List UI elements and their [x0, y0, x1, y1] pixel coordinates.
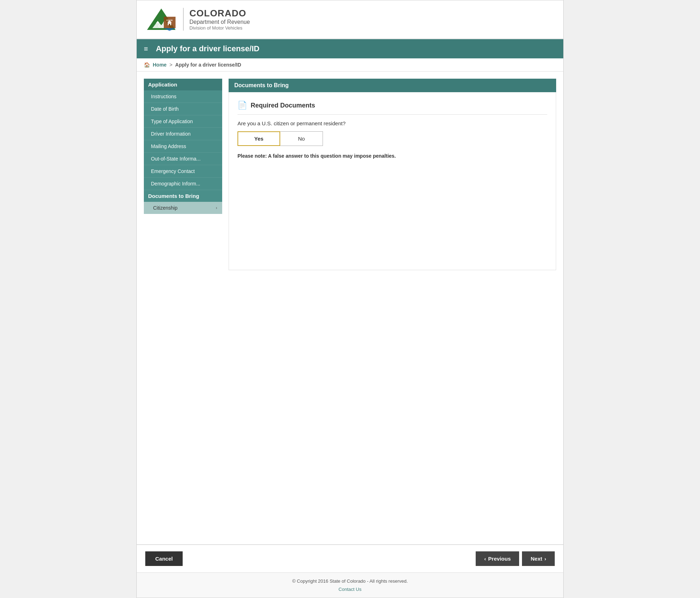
svg-text:CO: CO	[158, 24, 164, 28]
no-button[interactable]: No	[280, 131, 323, 146]
sidebar: Application Instructions Date of Birth T…	[144, 79, 222, 214]
sidebar-section-application: Application	[144, 79, 222, 90]
hamburger-icon[interactable]: ≡	[144, 45, 148, 53]
logo-text: COLORADO Department of Revenue Division …	[183, 8, 250, 31]
sidebar-item-out-of-state[interactable]: Out-of-State Informa...	[144, 153, 222, 165]
colorado-logo: CO CDOR	[145, 7, 177, 32]
sidebar-item-type-application[interactable]: Type of Application	[144, 115, 222, 128]
previous-button[interactable]: ‹ Previous	[476, 551, 519, 566]
yes-button[interactable]: Yes	[237, 131, 280, 146]
sidebar-item-dob[interactable]: Date of Birth	[144, 103, 222, 115]
main-content: Application Instructions Date of Birth T…	[137, 72, 563, 544]
breadcrumb-current: Apply for a driver license/ID	[175, 62, 241, 68]
home-link[interactable]: Home	[153, 62, 167, 68]
svg-rect-9	[169, 24, 170, 25]
division-name: Division of Motor Vehicles	[189, 25, 250, 31]
copyright-text: © Copyright 2016 State of Colorado - All…	[142, 578, 558, 584]
content-area: Documents to Bring 📄 Required Documents …	[229, 79, 556, 270]
document-icon: 📄	[237, 101, 247, 110]
citizenship-question: Are you a U.S. citizen or permanent resi…	[237, 120, 547, 126]
home-icon: 🏠	[144, 62, 150, 68]
citizenship-label: Citizenship	[153, 205, 177, 211]
breadcrumb-separator: >	[169, 62, 172, 68]
contact-us-link[interactable]: Contact Us	[339, 587, 361, 592]
page-footer: © Copyright 2016 State of Colorado - All…	[137, 572, 563, 598]
next-arrow-icon: ›	[544, 556, 546, 562]
sidebar-section-documents: Documents to Bring	[144, 190, 222, 202]
citizenship-arrow: ›	[216, 205, 217, 210]
content-header: Documents to Bring	[229, 79, 556, 92]
section-title: Required Documents	[251, 102, 315, 109]
logo-area: CO CDOR COLORADO Department of Revenue D…	[145, 7, 250, 32]
nav-bar: ≡ Apply for a driver license/ID	[137, 39, 563, 58]
header: CO CDOR COLORADO Department of Revenue D…	[137, 0, 563, 39]
sidebar-item-driver-info[interactable]: Driver Information	[144, 128, 222, 140]
sidebar-item-citizenship[interactable]: Citizenship ›	[144, 202, 222, 214]
sidebar-item-demographic[interactable]: Demographic Inform...	[144, 178, 222, 190]
yes-no-group: Yes No	[237, 131, 547, 146]
next-button[interactable]: Next ›	[522, 551, 555, 566]
footer-buttons: Cancel ‹ Previous Next ›	[137, 544, 563, 572]
sidebar-item-instructions[interactable]: Instructions	[144, 90, 222, 103]
cancel-button[interactable]: Cancel	[145, 551, 183, 566]
breadcrumb: 🏠 Home > Apply for a driver license/ID	[137, 58, 563, 72]
next-label: Next	[531, 556, 542, 562]
sidebar-item-emergency-contact[interactable]: Emergency Contact	[144, 165, 222, 178]
content-body: 📄 Required Documents Are you a U.S. citi…	[229, 92, 556, 270]
state-name: COLORADO	[189, 8, 250, 19]
warning-text: Please note: A false answer to this ques…	[237, 153, 547, 159]
prev-arrow-icon: ‹	[484, 556, 486, 562]
sidebar-item-mailing-address[interactable]: Mailing Address	[144, 140, 222, 153]
prev-label: Previous	[488, 556, 511, 562]
dept-name: Department of Revenue	[189, 19, 250, 25]
section-title-row: 📄 Required Documents	[237, 101, 547, 115]
nav-buttons: ‹ Previous Next ›	[476, 551, 555, 566]
nav-page-title: Apply for a driver license/ID	[156, 44, 260, 53]
